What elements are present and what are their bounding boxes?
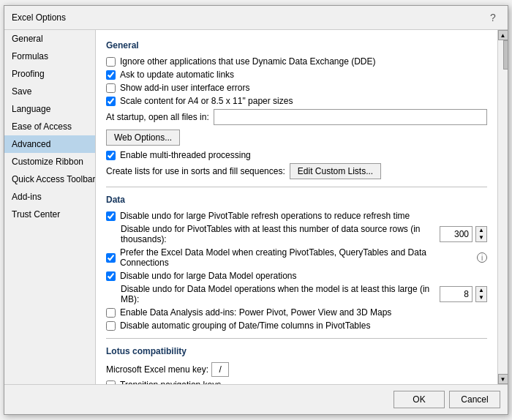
startup-input[interactable]: [214, 109, 487, 125]
checkbox-disable-undo-model[interactable]: [106, 271, 116, 281]
scrollbar[interactable]: ▲ ▼: [497, 30, 508, 384]
web-options-button[interactable]: Web Options...: [106, 130, 180, 146]
checkbox-scale[interactable]: [106, 97, 116, 106]
checkbox-ui-errors[interactable]: [106, 83, 116, 93]
option-ui-errors: Show add-in user interface errors: [106, 83, 487, 93]
model-threshold-row: Disable undo for Data Model operations w…: [121, 284, 487, 304]
divider-2: [106, 338, 487, 339]
checkbox-enable-data-analysis[interactable]: [106, 308, 116, 318]
info-icon-model[interactable]: i: [477, 252, 487, 263]
option-disable-undo-model: Disable undo for large Data Model operat…: [106, 271, 487, 281]
model-spinner-down[interactable]: ▼: [475, 294, 487, 302]
general-section-title: General: [106, 40, 487, 50]
pivot-threshold-label: Disable undo for PivotTables with at lea…: [121, 224, 437, 244]
startup-row: At startup, open all files in:: [106, 109, 487, 125]
model-spinner-arrows: ▲ ▼: [475, 286, 487, 302]
lotus-menu-row: Microsoft Excel menu key: /: [106, 362, 487, 377]
content-with-scrollbar: General Ignore other applications that u…: [96, 30, 508, 384]
help-icon[interactable]: ?: [486, 10, 500, 25]
option-scale: Scale content for A4 or 8.5 x 11" paper …: [106, 96, 487, 106]
sidebar-item-language[interactable]: Language: [4, 100, 95, 118]
option-enable-data-analysis: Enable Data Analysis add-ins: Power Pivo…: [106, 307, 487, 318]
sidebar-item-quick-access-toolbar[interactable]: Quick Access Toolbar: [4, 170, 95, 188]
checkbox-multithread[interactable]: [106, 151, 116, 160]
pivot-threshold-row: Disable undo for PivotTables with at lea…: [121, 224, 487, 244]
lotus-section-title: Lotus compatibility: [106, 346, 487, 356]
pivot-spinner-up[interactable]: ▲: [475, 226, 487, 234]
content-area: General Ignore other applications that u…: [96, 30, 497, 384]
lotus-menu-key-input[interactable]: /: [211, 362, 229, 377]
option-multithread: Enable multi-threaded processing: [106, 150, 487, 160]
dialog-title: Excel Options: [12, 12, 66, 23]
label-prefer-excel-model[interactable]: Prefer the Excel Data Model when creatin…: [120, 247, 473, 268]
model-threshold-label: Disable undo for Data Model operations w…: [121, 284, 437, 304]
model-spinner-up[interactable]: ▲: [475, 286, 487, 294]
ok-button[interactable]: OK: [394, 391, 445, 408]
lotus-menu-key-label: Microsoft Excel menu key:: [106, 364, 208, 375]
sidebar-item-proofing[interactable]: Proofing: [4, 65, 95, 83]
title-bar: Excel Options ?: [4, 6, 508, 30]
label-disable-undo-pivot[interactable]: Disable undo for large PivotTable refres…: [120, 211, 410, 221]
excel-options-dialog: Excel Options ? GeneralFormulasProofingS…: [4, 5, 508, 415]
edit-custom-lists-button[interactable]: Edit Custom Lists...: [290, 163, 381, 179]
label-auto-links[interactable]: Ask to update automatic links: [120, 70, 234, 80]
sidebar-item-formulas[interactable]: Formulas: [4, 48, 95, 65]
pivot-spinner-arrows: ▲ ▼: [475, 226, 487, 242]
label-dde[interactable]: Ignore other applications that use Dynam…: [120, 56, 376, 67]
pivot-threshold-input[interactable]: 300: [440, 226, 473, 242]
label-ui-errors[interactable]: Show add-in user interface errors: [120, 83, 249, 93]
label-multithread[interactable]: Enable multi-threaded processing: [120, 150, 251, 160]
model-threshold-input[interactable]: 8: [440, 286, 473, 302]
option-disable-auto-group: Disable automatic grouping of Date/Time …: [106, 320, 487, 331]
cancel-button[interactable]: Cancel: [449, 391, 500, 408]
checkbox-disable-undo-pivot[interactable]: [106, 211, 116, 221]
checkbox-disable-auto-group[interactable]: [106, 321, 116, 331]
sidebar-item-save[interactable]: Save: [4, 83, 95, 100]
label-disable-undo-model[interactable]: Disable undo for large Data Model operat…: [120, 271, 296, 281]
sidebar-item-ease-of-access[interactable]: Ease of Access: [4, 118, 95, 135]
custom-lists-row: Create lists for use in sorts and fill s…: [106, 163, 487, 179]
web-options-row: Web Options...: [106, 130, 487, 146]
sidebar: GeneralFormulasProofingSaveLanguageEase …: [4, 30, 96, 384]
checkbox-dde[interactable]: [106, 57, 116, 67]
checkbox-auto-links[interactable]: [106, 70, 116, 80]
label-scale[interactable]: Scale content for A4 or 8.5 x 11" paper …: [120, 96, 293, 106]
scrollbar-down[interactable]: ▼: [498, 374, 508, 384]
option-prefer-excel-model: Prefer the Excel Data Model when creatin…: [106, 247, 487, 268]
startup-label: At startup, open all files in:: [106, 112, 209, 122]
dialog-body: GeneralFormulasProofingSaveLanguageEase …: [4, 30, 508, 384]
custom-lists-label: Create lists for use in sorts and fill s…: [106, 166, 285, 176]
sidebar-item-add-ins[interactable]: Add-ins: [4, 188, 95, 206]
sidebar-item-advanced[interactable]: Advanced: [4, 135, 95, 153]
label-enable-data-analysis[interactable]: Enable Data Analysis add-ins: Power Pivo…: [120, 307, 391, 318]
label-disable-auto-group[interactable]: Disable automatic grouping of Date/Time …: [120, 320, 370, 331]
scrollbar-up[interactable]: ▲: [498, 30, 508, 40]
option-dde: Ignore other applications that use Dynam…: [106, 56, 487, 67]
sidebar-item-customize-ribbon[interactable]: Customize Ribbon: [4, 153, 95, 170]
option-disable-undo-pivot: Disable undo for large PivotTable refres…: [106, 211, 487, 221]
option-auto-links: Ask to update automatic links: [106, 70, 487, 80]
sidebar-item-general[interactable]: General: [4, 30, 95, 48]
sidebar-item-trust-center[interactable]: Trust Center: [4, 206, 95, 223]
scrollbar-thumb[interactable]: [503, 40, 508, 70]
pivot-spinner-down[interactable]: ▼: [475, 234, 487, 242]
checkbox-prefer-excel-model[interactable]: [106, 253, 116, 263]
divider-1: [106, 187, 487, 187]
dialog-footer: OK Cancel: [4, 384, 508, 414]
data-section-title: Data: [106, 195, 487, 205]
